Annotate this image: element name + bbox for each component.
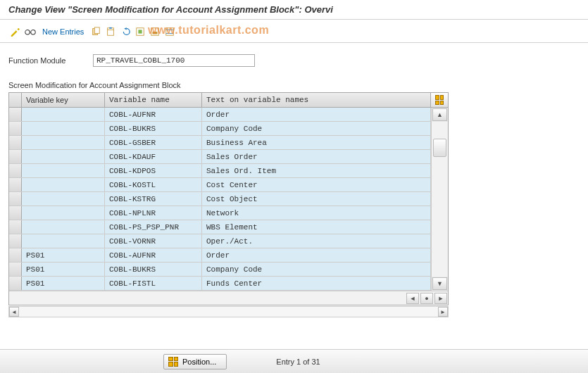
row-selector[interactable] [9, 234, 22, 248]
row-selector[interactable] [9, 206, 22, 220]
delete-icon[interactable] [104, 25, 117, 38]
copy-as-icon[interactable] [89, 25, 102, 38]
row-selector[interactable] [9, 277, 22, 290]
cell-variable-name[interactable]: COBL-GSBER [105, 136, 202, 149]
table-row[interactable]: COBL-GSBERBusiness Area [9, 136, 431, 150]
table-row[interactable]: PS01COBL-AUFNROrder [9, 248, 431, 263]
cell-variable-name[interactable]: COBL-KSTRG [105, 192, 202, 206]
cell-variable-key[interactable] [22, 150, 105, 163]
cell-text[interactable]: Company Code [202, 263, 431, 276]
cell-variable-name[interactable]: COBL-AUFNR [105, 248, 202, 262]
inner-horizontal-scroll[interactable]: ◄ ● ► [9, 291, 448, 305]
select-all-icon[interactable] [134, 25, 146, 38]
outer-scroll-right-icon[interactable]: ► [438, 307, 448, 317]
cell-variable-name[interactable]: COBL-PS_PSP_PNR [105, 220, 202, 234]
outer-horizontal-scrollbar[interactable]: ◄ ► [8, 306, 449, 317]
col-selector[interactable] [9, 93, 22, 107]
table-options-button[interactable] [431, 93, 448, 107]
display-toggle-icon[interactable] [24, 25, 37, 38]
table-row[interactable]: COBL-PS_PSP_PNRWBS Element [9, 220, 431, 234]
cell-variable-name[interactable]: COBL-NPLNR [105, 206, 202, 220]
cell-variable-key[interactable] [22, 206, 105, 220]
cell-variable-key[interactable]: PS01 [22, 277, 105, 290]
cell-variable-key[interactable] [22, 234, 105, 248]
outer-scroll-track[interactable] [19, 307, 438, 317]
cell-variable-key[interactable] [22, 192, 105, 206]
table-row[interactable]: COBL-NPLNRNetwork [9, 206, 431, 220]
row-selector[interactable] [9, 108, 22, 121]
cell-variable-name[interactable]: COBL-BUKRS [105, 263, 202, 276]
toolbar-divider [0, 42, 588, 43]
vertical-scrollbar[interactable]: ▲ ▼ [431, 108, 448, 291]
function-module-label: Function Module [8, 56, 86, 65]
table-row[interactable]: COBL-KDAUFSales Order [9, 150, 431, 164]
row-selector[interactable] [9, 178, 22, 191]
cell-variable-key[interactable] [22, 122, 105, 135]
table-row[interactable]: COBL-VORNROper./Act. [9, 234, 431, 248]
cell-text[interactable]: Funds Center [202, 277, 431, 290]
row-selector[interactable] [9, 164, 22, 177]
cell-variable-key[interactable] [22, 164, 105, 177]
cell-variable-key[interactable] [22, 178, 105, 191]
row-selector[interactable] [9, 122, 22, 135]
col-variable-key[interactable]: Variable key [22, 93, 105, 107]
cell-variable-name[interactable]: COBL-KDPOS [105, 164, 202, 177]
row-selector[interactable] [9, 263, 22, 276]
cell-variable-key[interactable] [22, 108, 105, 121]
deselect-all-icon[interactable] [163, 25, 176, 38]
select-block-icon[interactable] [149, 25, 161, 38]
scroll-thumb[interactable] [433, 139, 446, 157]
outer-scroll-left-icon[interactable]: ◄ [9, 307, 19, 317]
cell-variable-name[interactable]: COBL-BUKRS [105, 122, 202, 135]
new-entries-button[interactable]: New Entries [39, 27, 87, 36]
cell-text[interactable]: Order [202, 248, 431, 262]
cell-text[interactable]: Order [202, 108, 431, 121]
row-selector[interactable] [9, 220, 22, 234]
table-row[interactable]: PS01COBL-FISTLFunds Center [9, 277, 431, 291]
inner-scroll-right-icon[interactable]: ► [434, 293, 447, 304]
position-button[interactable]: Position... [163, 354, 227, 369]
table-row[interactable]: COBL-BUKRSCompany Code [9, 122, 431, 136]
cell-variable-name[interactable]: COBL-KOSTL [105, 178, 202, 191]
toolbar: New Entries www.tutorialkart.com [0, 23, 588, 41]
table-row[interactable]: COBL-KDPOSSales Ord. Item [9, 164, 431, 178]
table: Variable key Variable name Text on varia… [8, 92, 449, 305]
cell-text[interactable]: Sales Order [202, 150, 431, 163]
cell-text[interactable]: Network [202, 206, 431, 220]
col-text[interactable]: Text on variable names [202, 93, 431, 107]
function-module-input[interactable] [93, 54, 255, 67]
cell-text[interactable]: Cost Object [202, 192, 431, 206]
scroll-track[interactable] [432, 122, 448, 277]
cell-variable-key[interactable]: PS01 [22, 263, 105, 276]
row-selector[interactable] [9, 150, 22, 163]
cell-variable-name[interactable]: COBL-FISTL [105, 277, 202, 290]
cell-text[interactable]: Business Area [202, 136, 431, 149]
table-row[interactable]: COBL-AUFNROrder [9, 108, 431, 122]
table-row[interactable]: PS01COBL-BUKRSCompany Code [9, 263, 431, 277]
cell-variable-key[interactable] [22, 136, 105, 149]
scroll-down-icon[interactable]: ▼ [432, 277, 447, 290]
row-selector[interactable] [9, 136, 22, 149]
cell-variable-key[interactable] [22, 220, 105, 234]
row-selector[interactable] [9, 248, 22, 262]
cell-variable-name[interactable]: COBL-AUFNR [105, 108, 202, 121]
other-view-icon[interactable] [8, 25, 21, 38]
cell-text[interactable]: WBS Element [202, 220, 431, 234]
col-variable-name[interactable]: Variable name [105, 93, 202, 107]
cell-variable-name[interactable]: COBL-KDAUF [105, 150, 202, 163]
table-row[interactable]: COBL-KOSTLCost Center [9, 178, 431, 192]
svg-rect-9 [166, 28, 174, 36]
cell-text[interactable]: Oper./Act. [202, 234, 431, 248]
section-title: Screen Modification for Account Assignme… [0, 80, 588, 92]
scroll-up-icon[interactable]: ▲ [432, 108, 447, 121]
inner-scroll-handle[interactable]: ● [420, 293, 433, 304]
cell-text[interactable]: Sales Ord. Item [202, 164, 431, 177]
row-selector[interactable] [9, 192, 22, 206]
cell-variable-name[interactable]: COBL-VORNR [105, 234, 202, 248]
inner-scroll-left-icon[interactable]: ◄ [406, 293, 419, 304]
table-row[interactable]: COBL-KSTRGCost Object [9, 192, 431, 206]
cell-variable-key[interactable]: PS01 [22, 248, 105, 262]
cell-text[interactable]: Company Code [202, 122, 431, 135]
undo-change-icon[interactable] [119, 25, 132, 38]
cell-text[interactable]: Cost Center [202, 178, 431, 191]
